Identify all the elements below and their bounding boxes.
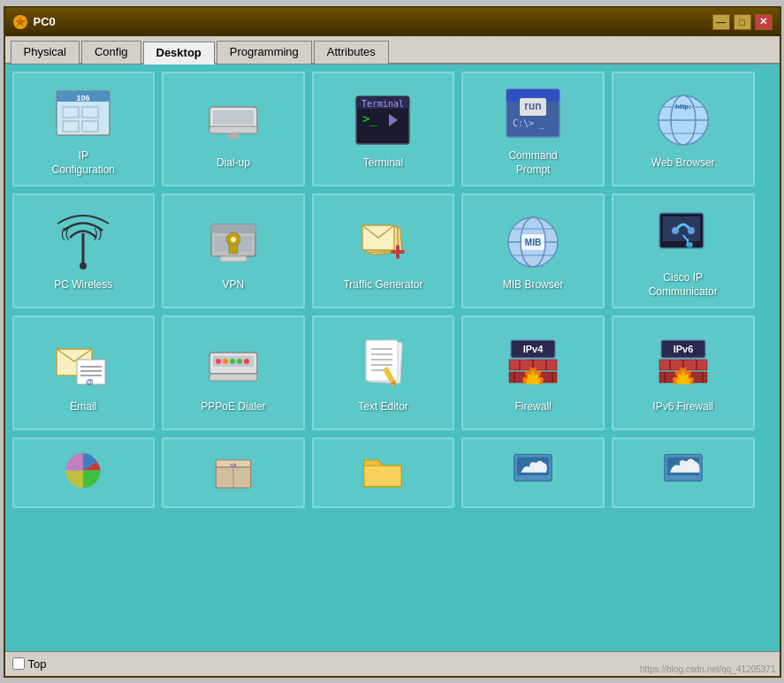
command-prompt-icon: run C:\> _ [502,82,564,144]
app-icon [12,14,28,30]
folder-icon [352,446,414,495]
ipv6-firewall-icon: IPv6 [652,333,714,395]
svg-point-67 [223,359,228,364]
box-icon: ok [202,446,264,495]
tab-attributes[interactable]: Attributes [314,41,389,64]
svg-rect-7 [63,121,79,132]
svg-text:((: (( [61,226,70,240]
main-window: PC0 — □ ✕ Physical Config Desktop Progra… [4,6,781,678]
app-mib-browser[interactable]: MIB MIB Browser [461,194,605,308]
dialup-icon [202,89,264,151]
top-checkbox-container[interactable]: Top [12,657,47,671]
svg-rect-45 [396,245,400,259]
cloud-icon-1 [502,446,564,495]
tab-programming[interactable]: Programming [217,41,312,64]
vpn-icon [202,211,264,273]
bottom-bar: Top https://blog.csdn.net/qq_41205371 [5,651,780,676]
app-cisco-ip-comm[interactable]: Cisco IPCommunicator [612,194,755,308]
email-label: Email [70,400,96,414]
tab-desktop[interactable]: Desktop [143,42,215,65]
app-ip-configuration[interactable]: 106 IPConfiguration [12,72,156,186]
web-browser-label: Web Browser [651,156,715,171]
watermark: https://blog.csdn.net/qq_41205371 [640,664,775,674]
svg-point-31 [80,262,87,269]
app-dialup[interactable]: Dial-up [162,72,305,186]
svg-point-68 [230,359,235,364]
svg-text:IPv4: IPv4 [523,344,544,354]
svg-point-56 [688,227,695,234]
svg-text:IPv6: IPv6 [673,344,693,354]
pppoe-dialer-label: PPPoE Dialer [201,400,265,414]
traffic-gen-icon [352,211,414,273]
maximize-button[interactable]: □ [734,14,751,30]
svg-point-69 [237,359,242,364]
window-controls: — □ ✕ [712,14,773,30]
app-row4-1[interactable] [12,437,156,508]
svg-rect-11 [209,126,257,133]
app-row4-4[interactable] [461,437,605,508]
close-button[interactable]: ✕ [755,14,773,30]
app-ipv6-firewall[interactable]: IPv6 [612,315,755,430]
svg-rect-73 [366,340,398,381]
ipv6-firewall-label: IPv6 Firewall [652,400,713,414]
app-traffic-generator[interactable]: Traffic Generator [312,194,455,308]
svg-rect-71 [209,374,257,381]
terminal-label: Terminal [363,156,403,171]
svg-text:http:: http: [675,102,691,110]
svg-rect-8 [82,121,98,132]
cisco-ip-comm-label: Cisco IPCommunicator [649,271,718,299]
app-row4-3[interactable] [312,437,455,508]
tab-config[interactable]: Config [81,41,141,64]
pc-wireless-label: PC Wireless [54,278,112,292]
svg-text:C:\> _: C:\> _ [513,118,545,129]
svg-point-70 [244,359,249,364]
app-pppoe-dialer[interactable]: PPPoE Dialer [162,315,305,430]
cloud-icon-2 [652,446,714,495]
app-terminal[interactable]: Terminal >_ Terminal [312,72,455,186]
text-editor-icon [352,333,414,395]
top-checkbox[interactable] [12,657,25,670]
mib-browser-icon: MIB [502,211,564,273]
svg-point-57 [686,242,693,247]
mib-browser-label: MIB Browser [503,278,564,292]
cisco-ip-comm-icon [652,204,714,266]
tab-physical[interactable]: Physical [11,41,80,64]
title-bar: PC0 — □ ✕ [5,8,780,36]
minimize-button[interactable]: — [712,14,730,30]
traffic-gen-label: Traffic Generator [343,278,422,292]
firewall-label: Firewall [514,400,551,414]
vpn-label: VPN [223,278,245,292]
app-pc-wireless[interactable]: (( )) PC Wireless [12,194,156,308]
terminal-icon: Terminal >_ [352,89,414,151]
text-editor-label: Text Editor [358,400,408,414]
web-browser-icon: http: [652,89,714,151]
svg-point-39 [231,237,236,242]
svg-rect-10 [213,110,254,125]
svg-text:MIB: MIB [525,238,541,247]
app-text-editor[interactable]: Text Editor [312,315,455,430]
pc-wireless-icon: (( )) [52,211,114,273]
svg-text:ok: ok [230,462,237,468]
title-bar-left: PC0 [12,14,56,30]
app-email[interactable]: @ Email [12,315,156,430]
top-checkbox-label: Top [28,657,47,671]
svg-rect-54 [663,216,700,241]
svg-rect-38 [229,245,238,254]
app-firewall[interactable]: IPv4 [461,315,605,430]
app-web-browser[interactable]: http: Web Browser [612,72,755,186]
svg-text:>_: >_ [362,111,377,126]
command-prompt-label: CommandPrompt [508,149,557,177]
svg-rect-107 [364,466,401,487]
window-title: PC0 [34,15,56,28]
firewall-icon: IPv4 [502,333,564,395]
desktop-content: 106 IPConfiguration [5,65,780,651]
svg-text:)): )) [94,226,102,240]
app-vpn[interactable]: VPN [162,194,305,308]
svg-text:run: run [524,100,541,112]
svg-point-55 [672,227,679,234]
pie-chart-icon [52,446,114,495]
app-row4-2[interactable]: ok [162,437,305,508]
app-command-prompt[interactable]: run C:\> _ CommandPrompt [461,72,605,186]
svg-text:106: 106 [77,94,90,102]
app-row4-5[interactable] [612,437,755,508]
